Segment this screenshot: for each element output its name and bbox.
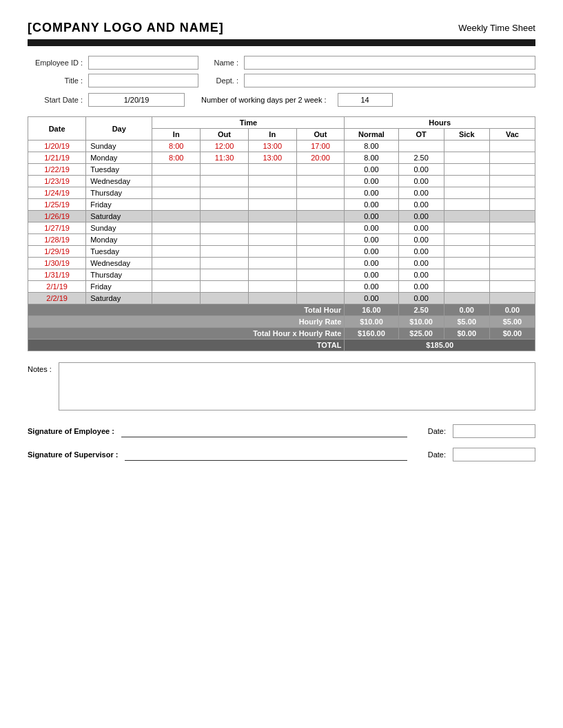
employee-date-label: Date: (428, 427, 446, 435)
total-row: TOTAL$185.00 (28, 340, 535, 351)
employee-sig-label: Signature of Employee : (28, 427, 114, 435)
summary-row: Total Hour x Hourly Rate$160.00$25.00$0.… (28, 328, 535, 340)
employee-date-input[interactable] (453, 424, 535, 438)
employee-sig-line (121, 425, 407, 437)
col-out2: Out (296, 129, 345, 141)
col-day: Day (86, 117, 152, 141)
table-row: 1/26/19Saturday0.000.00 (28, 211, 535, 222)
supervisor-sig-row: Signature of Supervisor : Date: (28, 448, 535, 461)
supervisor-date-input[interactable] (453, 448, 535, 461)
page-header: [COMPANY LOGO AND NAME] Weekly Time Shee… (28, 21, 535, 35)
notes-label: Notes : (28, 362, 52, 373)
table-row: 1/25/19Friday0.000.00 (28, 199, 535, 211)
summary-row: Hourly Rate$10.00$10.00$5.00$5.00 (28, 316, 535, 328)
col-ot: OT (398, 129, 444, 141)
col-date: Date (28, 117, 86, 141)
employee-sig-row: Signature of Employee : Date: (28, 424, 535, 438)
col-sick: Sick (444, 129, 489, 141)
notes-section: Notes : (28, 362, 535, 410)
timesheet-table: Date Day Time Hours In Out In Out Normal… (28, 116, 535, 351)
table-row: 2/2/19Saturday0.000.00 (28, 293, 535, 304)
table-row: 1/23/19Wednesday0.000.00 (28, 176, 535, 187)
company-name: [COMPANY LOGO AND NAME] (28, 21, 224, 35)
workdays-input[interactable] (338, 93, 393, 107)
start-date-label: Start Date : (28, 96, 83, 104)
table-row: 1/24/19Thursday0.000.00 (28, 187, 535, 199)
col-out1: Out (201, 129, 249, 141)
notes-input[interactable] (59, 362, 535, 410)
name-label: Name : (204, 59, 238, 67)
supervisor-sig-label: Signature of Supervisor : (28, 450, 118, 459)
sheet-title: Weekly Time Sheet (458, 23, 535, 33)
col-vac: Vac (489, 129, 535, 141)
col-in1: In (152, 129, 201, 141)
table-row: 1/21/19Monday8:0011:3013:0020:008.002.50 (28, 152, 535, 164)
workdays-label: Number of working days per 2 week : (201, 96, 327, 104)
start-date-input[interactable] (88, 93, 185, 107)
table-row: 1/20/19Sunday8:0012:0013:0017:008.00 (28, 141, 535, 152)
dept-input[interactable] (244, 74, 535, 87)
col-normal: Normal (345, 129, 398, 141)
table-row: 1/27/19Sunday0.000.00 (28, 222, 535, 234)
table-row: 1/30/19Wednesday0.000.00 (28, 258, 535, 269)
table-row: 1/31/19Thursday0.000.00 (28, 269, 535, 281)
name-input[interactable] (244, 56, 535, 70)
supervisor-date-label: Date: (428, 450, 446, 459)
title-input[interactable] (88, 74, 198, 87)
supervisor-sig-line (125, 448, 407, 461)
col-in2: In (248, 129, 296, 141)
dept-label: Dept. : (204, 76, 238, 85)
table-row: 1/28/19Monday0.000.00 (28, 234, 535, 246)
title-label: Title : (28, 76, 83, 85)
table-row: 2/1/19Friday0.000.00 (28, 281, 535, 293)
table-row: 1/22/19Tuesday0.000.00 (28, 164, 535, 176)
col-hours: Hours (345, 117, 535, 129)
summary-row: Total Hour16.002.500.000.00 (28, 304, 535, 316)
col-time: Time (152, 117, 345, 129)
employee-id-label: Employee ID : (28, 59, 83, 67)
table-row: 1/29/19Tuesday0.000.00 (28, 246, 535, 258)
header-bar (28, 39, 535, 46)
employee-id-input[interactable] (88, 56, 198, 70)
